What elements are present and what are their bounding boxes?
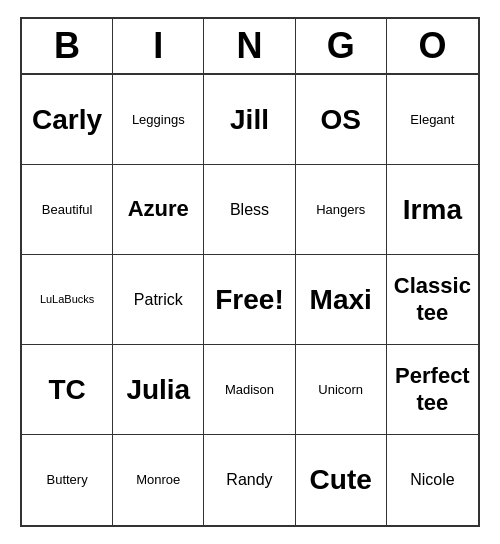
bingo-cell: Elegant xyxy=(387,75,478,165)
cell-text: Buttery xyxy=(47,472,88,488)
bingo-cell: Free! xyxy=(204,255,295,345)
bingo-cell: Maxi xyxy=(296,255,387,345)
cell-text: Monroe xyxy=(136,472,180,488)
bingo-cell: Hangers xyxy=(296,165,387,255)
bingo-grid: CarlyLeggingsJillOSElegantBeautifulAzure… xyxy=(22,75,478,525)
bingo-header: BINGO xyxy=(22,19,478,75)
cell-text: Maxi xyxy=(310,283,372,317)
cell-text: Irma xyxy=(403,193,462,227)
cell-text: Unicorn xyxy=(318,382,363,398)
bingo-cell: Randy xyxy=(204,435,295,525)
bingo-cell: Leggings xyxy=(113,75,204,165)
bingo-cell: Nicole xyxy=(387,435,478,525)
bingo-cell: Patrick xyxy=(113,255,204,345)
bingo-cell: Julia xyxy=(113,345,204,435)
bingo-cell: Madison xyxy=(204,345,295,435)
bingo-cell: Azure xyxy=(113,165,204,255)
cell-text: Free! xyxy=(215,283,283,317)
cell-text: Elegant xyxy=(410,112,454,128)
cell-text: OS xyxy=(320,103,360,137)
header-letter: I xyxy=(113,19,204,73)
cell-text: Leggings xyxy=(132,112,185,128)
cell-text: Hangers xyxy=(316,202,365,218)
bingo-cell: OS xyxy=(296,75,387,165)
cell-text: Nicole xyxy=(410,470,454,489)
bingo-cell: Bless xyxy=(204,165,295,255)
bingo-cell: Perfect tee xyxy=(387,345,478,435)
bingo-card: BINGO CarlyLeggingsJillOSElegantBeautifu… xyxy=(20,17,480,527)
cell-text: Madison xyxy=(225,382,274,398)
header-letter: O xyxy=(387,19,478,73)
bingo-cell: Carly xyxy=(22,75,113,165)
bingo-cell: Unicorn xyxy=(296,345,387,435)
bingo-cell: LuLaBucks xyxy=(22,255,113,345)
cell-text: LuLaBucks xyxy=(40,293,94,306)
cell-text: Randy xyxy=(226,470,272,489)
bingo-cell: Cute xyxy=(296,435,387,525)
bingo-cell: Beautiful xyxy=(22,165,113,255)
cell-text: Beautiful xyxy=(42,202,93,218)
header-letter: G xyxy=(296,19,387,73)
header-letter: B xyxy=(22,19,113,73)
cell-text: Bless xyxy=(230,200,269,219)
cell-text: Jill xyxy=(230,103,269,137)
cell-text: Julia xyxy=(126,373,190,407)
bingo-cell: Irma xyxy=(387,165,478,255)
cell-text: Patrick xyxy=(134,290,183,309)
bingo-cell: Classic tee xyxy=(387,255,478,345)
cell-text: Cute xyxy=(310,463,372,497)
cell-text: Carly xyxy=(32,103,102,137)
header-letter: N xyxy=(204,19,295,73)
cell-text: TC xyxy=(48,373,85,407)
bingo-cell: Jill xyxy=(204,75,295,165)
cell-text: Perfect tee xyxy=(395,363,470,416)
bingo-cell: TC xyxy=(22,345,113,435)
bingo-cell: Buttery xyxy=(22,435,113,525)
cell-text: Classic tee xyxy=(394,273,471,326)
cell-text: Azure xyxy=(128,196,189,222)
bingo-cell: Monroe xyxy=(113,435,204,525)
